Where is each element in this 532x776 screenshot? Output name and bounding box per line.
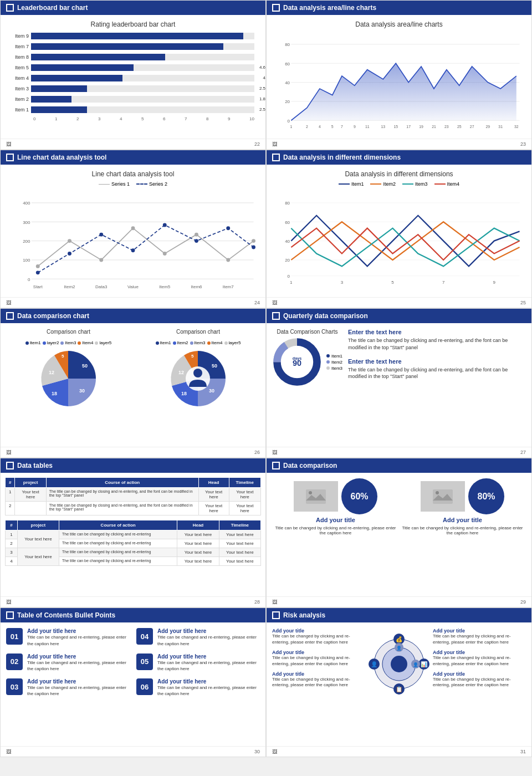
quarterly-header: Quarterly data comparison [267,309,531,323]
risk-item: Add your title Title can be changed by c… [433,671,526,688]
svg-text:13: 13 [381,125,386,129]
data-comparison-card: Data comparison 60% [266,458,532,607]
svg-text:2: 2 [306,125,308,129]
risk-items-left: Add your title Title can be changed by c… [272,628,365,688]
comp-caption-2: Title can be changed by clicking and re-… [399,525,526,535]
area-line-chart-title: Data analysis area/line charts [355,21,442,28]
svg-text:11: 11 [365,125,370,129]
risk-item-body: Title can be changed by clicking and re-… [433,655,526,667]
toc-number: 03 [6,678,23,695]
donut-svg: days 90 [272,337,322,387]
bar-row: Item 4 4 [12,74,254,83]
toc-item-body: Title can be changed and re-entering, pl… [157,660,260,672]
svg-point-53 [226,226,230,230]
dimensions-body: Data analysis in different dimensions It… [267,165,531,297]
svg-text:20: 20 [285,99,290,104]
dimensions-legend: Item1 Item2 Item3 Item4 [339,181,459,187]
toc-item-title: Add your title here [157,678,260,685]
leaderboard-chart-title: Rating leaderboard bar chart [91,21,176,28]
svg-text:7: 7 [442,280,445,285]
svg-point-49 [99,233,103,237]
footer-icon: 🖼 [6,749,11,754]
svg-text:60: 60 [285,62,290,67]
leaderboard-title: Leaderboard bar chart [17,4,88,12]
toc-item: 03 Add your title here Title can be chan… [6,678,130,697]
svg-point-84 [193,369,202,377]
footer-icon: 🖼 [272,450,277,455]
risk-header: Risk analysis [267,608,531,622]
donut-legend: Item1 Item2 Item3 [326,354,342,371]
svg-text:0: 0 [288,274,290,279]
toc-body: 01 Add your title here Title can be chan… [1,622,265,746]
risk-center: 💰 📊 📋 👤 👤 👤 [369,628,429,700]
risk-item: Add your title Title can be changed by c… [433,650,526,667]
toc-item-title: Add your title here [157,628,260,634]
footer-icon: 🖼 [272,141,277,147]
line-chart-header: Line chart data analysis tool [1,150,265,165]
toc-number: 02 [6,654,23,670]
bar-row: Item 3 2.5 [12,84,254,93]
header-icon [272,462,280,469]
svg-text:80: 80 [285,201,290,206]
data-table-2: # project Course of action Head Timeline… [5,520,261,566]
bar-row: Item 8 [12,53,254,62]
svg-text:25: 25 [457,125,462,129]
footer-icon: 🖼 [6,450,11,455]
svg-point-47 [36,271,40,275]
svg-text:20: 20 [285,258,290,263]
svg-text:15: 15 [393,125,398,129]
comparison-chart-header: Data comparison chart [1,309,265,323]
table-row: 1 Your text here The title can be change… [6,488,261,502]
header-icon [272,154,280,161]
svg-text:19: 19 [419,125,423,129]
risk-item-title: Add your title [272,671,365,677]
svg-text:Item5: Item5 [159,285,171,290]
page-number: 29 [520,599,526,605]
page-number: 27 [520,450,526,455]
line-chart-chart-title: Line chart data analysis tool [92,170,175,178]
risk-item-body: Title can be changed by clicking and re-… [433,634,526,645]
dimensions-card: Data analysis in different dimensions Da… [266,150,532,308]
risk-items-right: Add your title Title can be changed by c… [433,628,526,688]
svg-point-52 [195,239,198,243]
comp-title-2: Add your title [443,517,482,523]
line-chart-svg: 0 100 200 300 400 [6,190,260,292]
svg-text:Value: Value [127,285,139,290]
risk-footer: 🖼 31 [267,746,531,757]
risk-item: Add your title Title can be changed by c… [272,650,365,667]
line-chart-footer: 🖼 24 [1,297,265,308]
comp-item-2: 80% Add your title Title can be changed … [399,478,526,535]
dimensions-header: Data analysis in different dimensions [267,150,531,165]
toc-title: Table of Contents Bullet Points [17,611,115,619]
svg-text:40: 40 [285,239,290,244]
quarterly-text: Enter the text here The title can be cha… [348,329,526,386]
risk-item: Add your title Title can be changed by c… [272,671,365,688]
toc-item-body: Title can be changed and re-entering, pl… [27,660,130,672]
toc-item: 02 Add your title here Title can be chan… [6,654,130,672]
data-comparison-title: Data comparison [283,462,337,469]
risk-item-title: Add your title [433,628,526,634]
line-chart-body: Line chart data analysis tool Series 1 S… [1,165,265,297]
toc-item: 06 Add your title here Title can be chan… [136,678,260,697]
header-icon [6,462,14,469]
quarterly-body: Data Comparison Charts days 90 Item1 [267,323,531,447]
svg-point-103 [391,656,407,672]
svg-text:100: 100 [23,258,30,263]
footer-icon: 🖼 [272,749,277,754]
table-row: 3 Your text here The title can be change… [6,548,261,557]
svg-text:1: 1 [290,280,293,285]
svg-text:0: 0 [288,119,290,124]
risk-item-body: Title can be changed by clicking and re-… [433,677,526,688]
data-tables-title: Data tables [17,462,53,469]
toc-item-body: Title can be changed and re-entering, pl… [27,634,130,646]
area-line-title: Data analysis area/line charts [283,4,376,12]
area-line-footer: 🖼 23 [267,139,531,149]
svg-text:200: 200 [23,239,30,244]
table-row: 2 The title can be changed by closing an… [6,502,261,515]
svg-text:29: 29 [485,125,490,129]
toc-item-title: Add your title here [27,654,130,660]
svg-text:18: 18 [52,391,57,396]
comp-item-1: 60% Add your title Title can be changed … [272,478,399,535]
dimensions-footer: 🖼 25 [267,297,531,308]
area-line-card: Data analysis area/line charts Data anal… [266,0,532,150]
